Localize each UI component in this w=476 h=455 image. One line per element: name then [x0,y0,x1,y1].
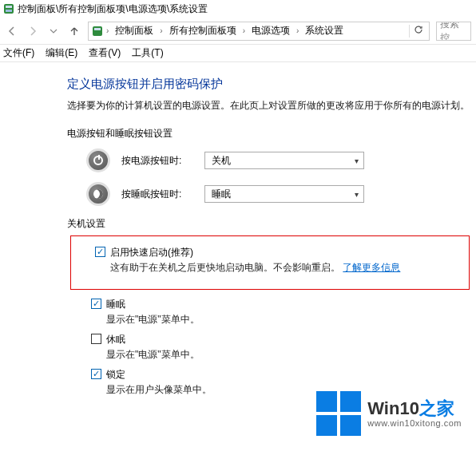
power-sleep-section-label: 电源按钮和睡眠按钮设置 [67,127,476,140]
page-description: 选择要为你的计算机设置的电源设置。在此页上对设置所做的更改将应用于你所有的电源计… [67,98,476,113]
chevron-right-icon[interactable]: › [241,26,247,35]
sleep-button-action-select[interactable]: 睡眠 ▾ [204,185,364,203]
divider [409,25,410,38]
window-title: 控制面板\所有控制面板项\电源选项\系统设置 [18,2,208,16]
sleep-checkbox[interactable]: ✓ [91,299,101,309]
breadcrumb-item[interactable]: 控制面板 [112,24,157,38]
svg-rect-0 [4,4,14,14]
control-panel-icon [3,3,14,14]
svg-rect-4 [94,28,101,30]
navigation-bar: › 控制面板 › 所有控制面板项 › 电源选项 › 系统设置 搜索控 [0,18,476,45]
sleep-button-label: 按睡眠按钮时: [121,188,193,201]
power-button-action-select[interactable]: 关机 ▾ [204,152,364,169]
window-titlebar: 控制面板\所有控制面板项\电源选项\系统设置 [0,0,476,18]
nav-history-dropdown[interactable] [46,24,61,38]
fast-startup-checkbox[interactable]: ✓ [95,247,105,257]
chevron-right-icon[interactable]: › [295,26,300,35]
nav-up-button[interactable] [67,24,81,38]
watermark-title: Win10之家 [367,399,462,418]
chevron-right-icon[interactable]: › [105,26,110,35]
svg-rect-1 [6,6,12,8]
sleep-option-label: 睡眠 [106,298,125,311]
svg-rect-2 [6,10,12,12]
shutdown-settings-label: 关机设置 [67,217,476,231]
windows-logo-icon [316,391,361,436]
menu-tools[interactable]: 工具(T) [132,46,163,60]
lock-checkbox[interactable]: ✓ [91,369,101,379]
breadcrumb-item[interactable]: 系统设置 [302,24,347,38]
breadcrumb-item[interactable]: 所有控制面板项 [166,24,240,38]
svg-rect-3 [93,26,102,36]
select-value: 关机 [212,154,231,168]
breadcrumb-bar[interactable]: › 控制面板 › 所有控制面板项 › 电源选项 › 系统设置 [88,22,430,41]
refresh-icon[interactable] [411,25,426,37]
breadcrumb-item[interactable]: 电源选项 [248,24,293,38]
hibernate-option-desc: 显示在"电源"菜单中。 [106,348,476,362]
hibernate-checkbox[interactable] [91,334,101,344]
nav-back-button[interactable] [5,24,19,38]
sleep-icon [86,182,110,206]
power-icon [86,148,110,172]
watermark: Win10之家 www.win10xitong.com [316,391,462,436]
watermark-url: www.win10xitong.com [367,418,462,428]
chevron-down-icon: ▾ [355,190,359,199]
content-area: 定义电源按钮并启用密码保护 选择要为你的计算机设置的电源设置。在此页上对设置所做… [0,62,476,397]
search-input[interactable]: 搜索控 [436,22,471,41]
menu-view[interactable]: 查看(V) [89,46,121,60]
menu-file[interactable]: 文件(F) [3,46,34,60]
sleep-option-desc: 显示在"电源"菜单中。 [106,313,476,326]
menu-bar: 文件(F) 编辑(E) 查看(V) 工具(T) [0,45,476,62]
select-value: 睡眠 [212,188,231,201]
control-panel-icon [92,26,103,37]
chevron-right-icon[interactable]: › [158,26,164,35]
sleep-button-row: 按睡眠按钮时: 睡眠 ▾ [86,182,476,206]
fast-startup-description: 这有助于在关机之后更快地启动电脑。不会影响重启。 了解更多信息 [110,261,461,275]
fast-startup-highlight: ✓ 启用快速启动(推荐) 这有助于在关机之后更快地启动电脑。不会影响重启。 了解… [70,235,470,290]
hibernate-option-label: 休眠 [106,333,125,346]
learn-more-link[interactable]: 了解更多信息 [343,262,400,273]
chevron-down-icon: ▾ [355,156,359,165]
fast-startup-label: 启用快速启动(推荐) [110,246,193,259]
search-placeholder: 搜索控 [440,22,467,41]
menu-edit[interactable]: 编辑(E) [46,46,77,60]
power-button-row: 按电源按钮时: 关机 ▾ [86,148,476,172]
power-button-label: 按电源按钮时: [121,154,193,168]
page-title: 定义电源按钮并启用密码保护 [67,77,476,92]
lock-option-label: 锁定 [106,368,125,382]
nav-forward-button[interactable] [26,24,40,38]
